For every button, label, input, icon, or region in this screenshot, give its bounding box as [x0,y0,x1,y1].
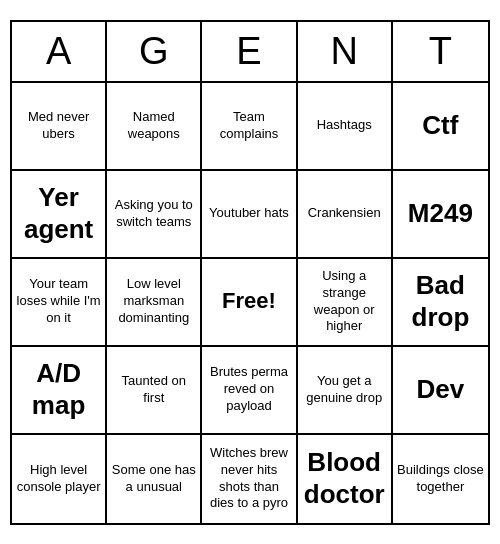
cell-text-10: Your team loses while I'm on it [16,276,101,327]
cell-text-20: High level console player [16,462,101,496]
cell-text-19: Dev [417,374,465,405]
bingo-cell-20: High level console player [12,435,107,523]
cell-text-18: You get a genuine drop [302,373,387,407]
bingo-card: AGENT Med never ubersNamed weaponsTeam c… [10,20,490,525]
bingo-cell-18: You get a genuine drop [298,347,393,435]
bingo-cell-13: Using a strange weapon or higher [298,259,393,347]
header-letter-t: T [393,22,488,81]
cell-text-12: Free! [222,287,276,316]
cell-text-4: Ctf [422,110,458,141]
cell-text-7: Youtuber hats [209,205,289,222]
cell-text-2: Team complains [206,109,291,143]
cell-text-11: Low level marksman dominanting [111,276,196,327]
bingo-cell-22: Witches brew never hits shots than dies … [202,435,297,523]
cell-text-17: Brutes perma reved on payload [206,364,291,415]
bingo-header: AGENT [12,22,488,83]
cell-text-23: Blood doctor [302,447,387,509]
bingo-cell-3: Hashtags [298,83,393,171]
header-letter-a: A [12,22,107,81]
bingo-cell-5: Yer agent [12,171,107,259]
cell-text-16: Taunted on first [111,373,196,407]
bingo-cell-14: Bad drop [393,259,488,347]
bingo-cell-6: Asking you to switch teams [107,171,202,259]
cell-text-22: Witches brew never hits shots than dies … [206,445,291,513]
cell-text-8: Crankensien [308,205,381,222]
bingo-cell-21: Some one has a unusual [107,435,202,523]
cell-text-6: Asking you to switch teams [111,197,196,231]
header-letter-g: G [107,22,202,81]
cell-text-13: Using a strange weapon or higher [302,268,387,336]
bingo-cell-10: Your team loses while I'm on it [12,259,107,347]
bingo-cell-24: Buildings close together [393,435,488,523]
bingo-cell-7: Youtuber hats [202,171,297,259]
bingo-cell-8: Crankensien [298,171,393,259]
bingo-cell-0: Med never ubers [12,83,107,171]
cell-text-3: Hashtags [317,117,372,134]
bingo-cell-16: Taunted on first [107,347,202,435]
bingo-cell-17: Brutes perma reved on payload [202,347,297,435]
bingo-cell-15: A/D map [12,347,107,435]
bingo-cell-19: Dev [393,347,488,435]
bingo-cell-9: M249 [393,171,488,259]
bingo-cell-12: Free! [202,259,297,347]
cell-text-9: M249 [408,198,473,229]
bingo-cell-23: Blood doctor [298,435,393,523]
bingo-cell-1: Named weapons [107,83,202,171]
cell-text-15: A/D map [16,358,101,420]
bingo-cell-11: Low level marksman dominanting [107,259,202,347]
cell-text-14: Bad drop [397,270,484,332]
cell-text-1: Named weapons [111,109,196,143]
header-letter-e: E [202,22,297,81]
cell-text-24: Buildings close together [397,462,484,496]
bingo-cell-4: Ctf [393,83,488,171]
header-letter-n: N [298,22,393,81]
cell-text-0: Med never ubers [16,109,101,143]
bingo-cell-2: Team complains [202,83,297,171]
bingo-grid: Med never ubersNamed weaponsTeam complai… [12,83,488,523]
cell-text-5: Yer agent [16,182,101,244]
cell-text-21: Some one has a unusual [111,462,196,496]
